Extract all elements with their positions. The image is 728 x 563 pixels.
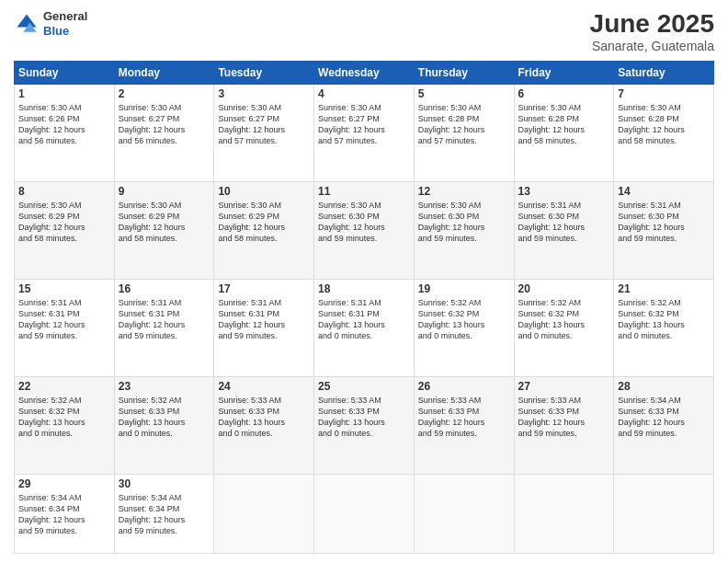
day-info: Sunrise: 5:34 AM Sunset: 6:34 PM Dayligh… — [119, 492, 210, 537]
day-number: 27 — [518, 380, 610, 393]
day-info: Sunrise: 5:33 AM Sunset: 6:33 PM Dayligh… — [418, 395, 510, 440]
calendar-cell: 20Sunrise: 5:32 AM Sunset: 6:32 PM Dayli… — [514, 279, 614, 376]
calendar-week-row: 15Sunrise: 5:31 AM Sunset: 6:31 PM Dayli… — [15, 279, 714, 376]
day-info: Sunrise: 5:34 AM Sunset: 6:34 PM Dayligh… — [18, 492, 110, 537]
calendar-cell: 13Sunrise: 5:31 AM Sunset: 6:30 PM Dayli… — [514, 181, 614, 279]
title-block: June 2025 Sanarate, Guatemala — [590, 9, 714, 53]
day-number: 21 — [618, 282, 710, 295]
day-info: Sunrise: 5:30 AM Sunset: 6:26 PM Dayligh… — [18, 102, 110, 147]
col-thursday: Thursday — [414, 62, 514, 85]
day-info: Sunrise: 5:30 AM Sunset: 6:28 PM Dayligh… — [518, 102, 610, 147]
calendar-cell: 5Sunrise: 5:30 AM Sunset: 6:28 PM Daylig… — [414, 85, 514, 182]
day-number: 23 — [119, 380, 210, 393]
calendar-cell: 15Sunrise: 5:31 AM Sunset: 6:31 PM Dayli… — [15, 279, 115, 376]
day-number: 28 — [618, 380, 710, 393]
day-number: 22 — [18, 380, 110, 393]
calendar-location: Sanarate, Guatemala — [590, 39, 714, 53]
calendar-cell — [314, 474, 415, 553]
calendar-cell — [214, 474, 314, 553]
col-wednesday: Wednesday — [314, 62, 415, 85]
calendar-cell: 23Sunrise: 5:32 AM Sunset: 6:33 PM Dayli… — [114, 376, 214, 474]
col-sunday: Sunday — [15, 62, 115, 85]
calendar-week-row: 1Sunrise: 5:30 AM Sunset: 6:26 PM Daylig… — [15, 85, 714, 182]
calendar-cell: 14Sunrise: 5:31 AM Sunset: 6:30 PM Dayli… — [614, 181, 714, 279]
calendar-week-row: 22Sunrise: 5:32 AM Sunset: 6:32 PM Dayli… — [15, 376, 714, 474]
day-info: Sunrise: 5:30 AM Sunset: 6:29 PM Dayligh… — [119, 200, 210, 245]
calendar-cell: 11Sunrise: 5:30 AM Sunset: 6:30 PM Dayli… — [314, 181, 415, 279]
calendar-week-row: 29Sunrise: 5:34 AM Sunset: 6:34 PM Dayli… — [15, 474, 714, 553]
day-info: Sunrise: 5:30 AM Sunset: 6:29 PM Dayligh… — [218, 200, 310, 245]
calendar-header-row: Sunday Monday Tuesday Wednesday Thursday… — [15, 62, 714, 85]
header: General Blue June 2025 Sanarate, Guatema… — [14, 9, 714, 53]
day-info: Sunrise: 5:33 AM Sunset: 6:33 PM Dayligh… — [318, 395, 410, 440]
calendar-cell: 17Sunrise: 5:31 AM Sunset: 6:31 PM Dayli… — [214, 279, 314, 376]
day-number: 29 — [18, 477, 110, 490]
day-number: 15 — [18, 282, 110, 295]
calendar-cell — [514, 474, 614, 553]
logo: General Blue — [14, 9, 87, 38]
day-info: Sunrise: 5:30 AM Sunset: 6:28 PM Dayligh… — [418, 102, 510, 147]
logo-text: General Blue — [43, 9, 87, 38]
calendar-cell: 29Sunrise: 5:34 AM Sunset: 6:34 PM Dayli… — [15, 474, 115, 553]
day-info: Sunrise: 5:30 AM Sunset: 6:28 PM Dayligh… — [618, 102, 710, 147]
day-info: Sunrise: 5:34 AM Sunset: 6:33 PM Dayligh… — [618, 395, 710, 440]
day-number: 11 — [318, 185, 410, 198]
logo-blue-text: Blue — [43, 24, 87, 39]
calendar-cell: 25Sunrise: 5:33 AM Sunset: 6:33 PM Dayli… — [314, 376, 415, 474]
logo-icon — [14, 11, 40, 37]
day-info: Sunrise: 5:30 AM Sunset: 6:29 PM Dayligh… — [18, 200, 110, 245]
day-info: Sunrise: 5:31 AM Sunset: 6:31 PM Dayligh… — [18, 297, 110, 342]
svg-marker-0 — [17, 14, 37, 27]
day-number: 20 — [518, 282, 610, 295]
calendar-cell: 30Sunrise: 5:34 AM Sunset: 6:34 PM Dayli… — [114, 474, 214, 553]
calendar-cell: 4Sunrise: 5:30 AM Sunset: 6:27 PM Daylig… — [314, 85, 415, 182]
calendar-cell: 22Sunrise: 5:32 AM Sunset: 6:32 PM Dayli… — [15, 376, 115, 474]
calendar-cell: 18Sunrise: 5:31 AM Sunset: 6:31 PM Dayli… — [314, 279, 415, 376]
day-info: Sunrise: 5:30 AM Sunset: 6:27 PM Dayligh… — [318, 102, 410, 147]
day-info: Sunrise: 5:32 AM Sunset: 6:32 PM Dayligh… — [618, 297, 710, 342]
day-info: Sunrise: 5:31 AM Sunset: 6:31 PM Dayligh… — [218, 297, 310, 342]
calendar-title: June 2025 — [590, 9, 714, 39]
day-number: 16 — [119, 282, 210, 295]
day-number: 24 — [218, 380, 310, 393]
day-number: 19 — [418, 282, 510, 295]
day-info: Sunrise: 5:30 AM Sunset: 6:30 PM Dayligh… — [318, 200, 410, 245]
day-number: 5 — [418, 87, 510, 100]
day-info: Sunrise: 5:32 AM Sunset: 6:33 PM Dayligh… — [119, 395, 210, 440]
day-number: 2 — [119, 87, 210, 100]
calendar-cell: 12Sunrise: 5:30 AM Sunset: 6:30 PM Dayli… — [414, 181, 514, 279]
day-info: Sunrise: 5:33 AM Sunset: 6:33 PM Dayligh… — [218, 395, 310, 440]
calendar-cell — [614, 474, 714, 553]
day-number: 7 — [618, 87, 710, 100]
calendar-cell: 24Sunrise: 5:33 AM Sunset: 6:33 PM Dayli… — [214, 376, 314, 474]
day-number: 17 — [218, 282, 310, 295]
calendar-cell: 9Sunrise: 5:30 AM Sunset: 6:29 PM Daylig… — [114, 181, 214, 279]
day-info: Sunrise: 5:33 AM Sunset: 6:33 PM Dayligh… — [518, 395, 610, 440]
day-info: Sunrise: 5:32 AM Sunset: 6:32 PM Dayligh… — [518, 297, 610, 342]
calendar-cell: 26Sunrise: 5:33 AM Sunset: 6:33 PM Dayli… — [414, 376, 514, 474]
calendar-cell: 7Sunrise: 5:30 AM Sunset: 6:28 PM Daylig… — [614, 85, 714, 182]
calendar-table: Sunday Monday Tuesday Wednesday Thursday… — [14, 61, 714, 554]
day-number: 6 — [518, 87, 610, 100]
calendar-cell: 1Sunrise: 5:30 AM Sunset: 6:26 PM Daylig… — [15, 85, 115, 182]
calendar-week-row: 8Sunrise: 5:30 AM Sunset: 6:29 PM Daylig… — [15, 181, 714, 279]
day-number: 3 — [218, 87, 310, 100]
page: General Blue June 2025 Sanarate, Guatema… — [0, 0, 728, 563]
day-number: 30 — [119, 477, 210, 490]
day-number: 18 — [318, 282, 410, 295]
calendar-cell: 8Sunrise: 5:30 AM Sunset: 6:29 PM Daylig… — [15, 181, 115, 279]
day-info: Sunrise: 5:32 AM Sunset: 6:32 PM Dayligh… — [418, 297, 510, 342]
calendar-cell: 2Sunrise: 5:30 AM Sunset: 6:27 PM Daylig… — [114, 85, 214, 182]
day-info: Sunrise: 5:31 AM Sunset: 6:31 PM Dayligh… — [318, 297, 410, 342]
calendar-cell: 10Sunrise: 5:30 AM Sunset: 6:29 PM Dayli… — [214, 181, 314, 279]
day-info: Sunrise: 5:31 AM Sunset: 6:31 PM Dayligh… — [119, 297, 210, 342]
day-number: 9 — [119, 185, 210, 198]
col-saturday: Saturday — [614, 62, 714, 85]
logo-general-text: General — [43, 9, 87, 24]
day-info: Sunrise: 5:30 AM Sunset: 6:30 PM Dayligh… — [418, 200, 510, 245]
day-number: 14 — [618, 185, 710, 198]
col-tuesday: Tuesday — [214, 62, 314, 85]
day-number: 26 — [418, 380, 510, 393]
day-info: Sunrise: 5:31 AM Sunset: 6:30 PM Dayligh… — [518, 200, 610, 245]
day-number: 13 — [518, 185, 610, 198]
